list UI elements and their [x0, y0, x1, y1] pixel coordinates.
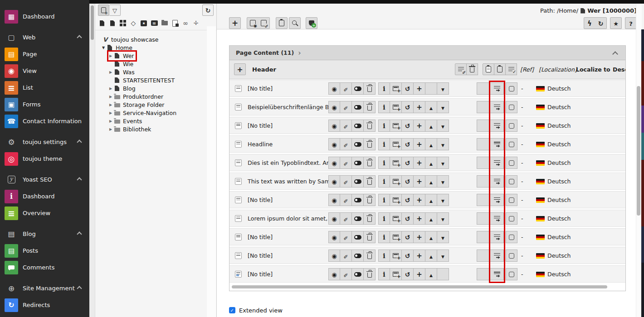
record-title[interactable]: [No title]	[248, 229, 273, 246]
view-button[interactable]	[328, 268, 340, 280]
move-up-button[interactable]	[425, 212, 437, 225]
sidebar-item[interactable]: toujou theme	[2, 150, 88, 167]
sidebar-item[interactable]: Forms	[2, 96, 88, 113]
sidebar-item[interactable]: Blog	[2, 226, 88, 242]
sidebar-item[interactable]: View	[2, 62, 88, 79]
hide-toggle-button[interactable]	[352, 101, 364, 113]
sidebar-item[interactable]: Yoast SEO	[2, 171, 88, 188]
record-title[interactable]: [No title]	[248, 80, 273, 97]
view-button[interactable]	[328, 101, 340, 113]
localize-button[interactable]	[490, 250, 504, 262]
new-record-button[interactable]	[390, 120, 402, 132]
new-record-button[interactable]	[390, 157, 402, 169]
list-option[interactable]: Show clipboard	[229, 315, 284, 317]
view-button[interactable]	[328, 194, 340, 206]
hide-toggle-button[interactable]	[352, 212, 364, 225]
insert-record-button[interactable]	[414, 82, 425, 95]
move-down-button[interactable]	[437, 175, 449, 187]
history-button[interactable]	[402, 231, 414, 243]
edit-button[interactable]	[340, 194, 352, 206]
sidebar-item[interactable]: Comments	[2, 259, 88, 276]
sidebar-item[interactable]: List	[2, 79, 88, 96]
chevron-right-icon[interactable]	[294, 48, 301, 57]
sidebar-item[interactable]: Site Management	[2, 280, 88, 297]
move-down-button[interactable]	[437, 157, 449, 169]
new-record-button[interactable]	[390, 175, 402, 187]
horizontal-scrollbar-thumb[interactable]	[232, 285, 607, 288]
insert-record-button[interactable]	[414, 101, 425, 113]
insert-record-button[interactable]	[414, 120, 425, 132]
move-up-button[interactable]	[425, 120, 437, 132]
panel-header[interactable]: Page Content (11)	[229, 46, 625, 60]
localize-button[interactable]	[490, 231, 504, 243]
tree-node[interactable]: Bibliothek	[95, 125, 207, 133]
hide-toggle-button[interactable]	[352, 175, 364, 187]
delete-button[interactable]	[364, 157, 376, 169]
edit-button[interactable]	[340, 175, 352, 187]
move-down-button[interactable]	[437, 138, 449, 150]
tree-expander-icon[interactable]	[101, 46, 106, 50]
tree-node[interactable]: Home	[95, 43, 207, 52]
sidebar-item[interactable]: Page	[2, 46, 88, 62]
toolbar-button[interactable]	[584, 17, 595, 29]
drag-shortcut-icon[interactable]	[119, 19, 127, 27]
drag-link-icon[interactable]	[182, 19, 189, 27]
insert-record-button[interactable]	[414, 138, 425, 150]
move-down-button[interactable]	[437, 82, 449, 95]
delete-button[interactable]	[364, 194, 376, 206]
delete-button[interactable]	[364, 138, 376, 150]
view-button[interactable]	[328, 231, 340, 243]
drag-folder-icon[interactable]	[161, 19, 168, 27]
tree-node[interactable]: Was	[95, 68, 207, 76]
localize-button[interactable]	[490, 120, 504, 132]
history-button[interactable]	[402, 101, 414, 113]
record-title[interactable]: Headline	[248, 136, 273, 153]
toolbar-button[interactable]	[258, 17, 270, 29]
delete-button[interactable]	[364, 175, 376, 187]
move-up-button[interactable]	[425, 268, 437, 280]
history-button[interactable]	[402, 157, 414, 169]
edit-button[interactable]	[340, 82, 352, 95]
move-down-button[interactable]	[437, 231, 449, 243]
history-button[interactable]	[402, 268, 414, 280]
sidebar-item[interactable]: Web	[2, 29, 88, 46]
tree-expander-icon[interactable]	[108, 95, 113, 99]
insert-record-button[interactable]	[414, 268, 425, 280]
toolbar-button[interactable]	[610, 17, 622, 29]
sidebar-item[interactable]: Dashboard	[2, 8, 88, 25]
record-title[interactable]: This text was written by Sam...	[248, 173, 336, 190]
hide-toggle-button[interactable]	[352, 250, 364, 262]
toolbar-button[interactable]	[229, 17, 241, 29]
info-button[interactable]	[378, 82, 390, 95]
move-down-button[interactable]	[437, 120, 449, 132]
delete-button[interactable]	[364, 231, 376, 243]
move-down-button[interactable]	[437, 101, 449, 113]
hide-toggle-button[interactable]	[352, 120, 364, 132]
select-record-checkbox[interactable]	[506, 138, 517, 150]
move-up-button[interactable]	[425, 157, 437, 169]
move-up-button[interactable]	[425, 82, 437, 95]
drag-divider-icon[interactable]	[192, 19, 200, 27]
sidebar-item[interactable]: Overview	[2, 205, 88, 221]
hide-toggle-button[interactable]	[352, 82, 364, 95]
info-button[interactable]	[378, 101, 390, 113]
localize-button[interactable]	[490, 268, 504, 280]
toolbar-button[interactable]	[625, 17, 637, 29]
move-down-button[interactable]	[437, 194, 449, 206]
tree-expander-icon[interactable]	[108, 111, 113, 115]
delete-button[interactable]	[364, 268, 376, 280]
drag-card-icon[interactable]	[151, 19, 158, 27]
history-button[interactable]	[402, 175, 414, 187]
info-button[interactable]	[378, 194, 390, 206]
record-title[interactable]: [No title]	[248, 266, 273, 283]
drag-page-alt-icon[interactable]	[109, 19, 116, 27]
chevron-up-icon[interactable]	[77, 286, 82, 291]
record-title[interactable]: Dies ist ein Typoblindtext. An...	[248, 154, 336, 172]
delete-all-button[interactable]	[466, 63, 478, 75]
edit-button[interactable]	[340, 268, 352, 280]
move-up-button[interactable]	[425, 175, 437, 187]
delete-button[interactable]	[364, 82, 376, 95]
info-button[interactable]	[378, 268, 390, 280]
edit-button[interactable]	[340, 120, 352, 132]
select-record-checkbox[interactable]	[506, 268, 517, 280]
